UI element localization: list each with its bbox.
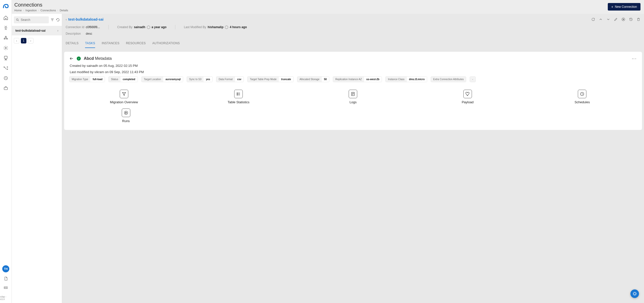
- help-fab[interactable]: [630, 289, 639, 298]
- pill: Statuscompleted: [108, 76, 138, 82]
- briefcase-icon[interactable]: [3, 85, 9, 91]
- page-title: Connections: [14, 2, 68, 8]
- connection-name[interactable]: test-bulkdataload-sai: [68, 17, 103, 21]
- list-icon: [234, 90, 243, 98]
- page-number-button[interactable]: 1: [21, 38, 26, 43]
- breadcrumb-item[interactable]: Home: [14, 9, 22, 12]
- locale-icon[interactable]: [3, 285, 9, 290]
- flow-icon[interactable]: [3, 65, 9, 71]
- search-icon: [16, 18, 19, 22]
- tile-runs[interactable]: Runs: [69, 109, 183, 123]
- version-label: cdap - V2.0: [0, 295, 12, 300]
- divider: [175, 25, 175, 29]
- pill: Target Table Prep Modetruncate: [247, 76, 293, 82]
- svg-point-14: [237, 94, 238, 94]
- tile-logs[interactable]: Logs: [298, 90, 408, 104]
- back-arrow-icon[interactable]: [69, 56, 74, 61]
- tiles-row-2: Runs: [69, 109, 637, 123]
- pill-key: Replication Instance AZ: [333, 77, 364, 82]
- pill-value: us-west-2b: [364, 77, 382, 82]
- tile-migration-overview[interactable]: Migration Overview: [69, 90, 179, 104]
- tile-label: Payload: [462, 100, 473, 104]
- clock-icon[interactable]: [3, 75, 9, 81]
- svg-point-13: [237, 93, 238, 93]
- tab-details[interactable]: DETAILS: [66, 39, 78, 48]
- chevron-down-icon[interactable]: [606, 17, 610, 21]
- pill-value: yes: [204, 77, 212, 82]
- svg-rect-9: [4, 87, 7, 90]
- pill: Data Formatcsv: [216, 76, 244, 82]
- tabs: DETAILS TASKS INSTANCES RESOURCES AUTHOR…: [62, 39, 644, 48]
- svg-point-6: [7, 67, 8, 68]
- paginator: ‹ 1 ›: [12, 35, 62, 46]
- avatar[interactable]: TH: [2, 265, 9, 272]
- search-input-wrapper[interactable]: [14, 16, 49, 23]
- prev-page-button[interactable]: ‹: [14, 38, 19, 43]
- description-label: Description: [66, 32, 81, 35]
- new-connection-button[interactable]: + New Connection: [608, 3, 640, 11]
- document-icon[interactable]: [3, 276, 9, 281]
- tab-instances[interactable]: INSTANCES: [102, 39, 119, 48]
- pill-key: Allocated Storage: [297, 77, 322, 82]
- task-name: Abcd Metadata: [84, 56, 112, 61]
- pill-key: Target Location: [142, 77, 163, 82]
- tile-label: Schedules: [575, 100, 590, 104]
- run-icon[interactable]: [621, 17, 625, 21]
- pill-key: Sync to S3: [187, 77, 204, 82]
- next-page-button[interactable]: ›: [28, 38, 33, 43]
- chevron-right-icon: ›: [23, 9, 24, 12]
- tile-schedules[interactable]: Schedules: [528, 90, 637, 104]
- kebab-menu-icon[interactable]: ⋮: [631, 57, 637, 61]
- back-chevron-icon[interactable]: ‹: [66, 18, 67, 21]
- cluster-icon[interactable]: [3, 35, 9, 41]
- breadcrumb: Home › Ingestion › Connections › Details: [14, 9, 68, 12]
- breadcrumb-item[interactable]: Ingestion: [25, 9, 37, 12]
- tab-resources[interactable]: RESOURCES: [126, 39, 146, 48]
- task-name-rest: Metadata: [95, 56, 112, 61]
- connections-icon[interactable]: [3, 25, 9, 31]
- pill-value: csv: [235, 77, 244, 82]
- pill-value: full-load: [90, 77, 105, 82]
- history-icon[interactable]: [629, 17, 633, 21]
- detail-actions: [591, 17, 640, 21]
- pill-key: Instance Class: [386, 77, 407, 82]
- server-icon[interactable]: [3, 55, 9, 61]
- created-by-value: sainadh: [134, 25, 145, 29]
- chevron-up-icon[interactable]: [599, 17, 603, 21]
- refresh-icon[interactable]: [56, 18, 60, 22]
- home-icon[interactable]: [3, 15, 9, 21]
- breadcrumb-item[interactable]: Connections: [41, 9, 56, 12]
- tile-table-statistics[interactable]: Table Statistics: [184, 90, 293, 104]
- tab-tasks[interactable]: TASKS: [85, 39, 95, 48]
- pill-value: auroramysql: [163, 77, 183, 82]
- pill: Replication Instance AZus-west-2b: [333, 76, 382, 82]
- main-pane: ‹ test-bulkdataload-sai: [62, 14, 644, 303]
- refresh-icon[interactable]: [591, 17, 595, 21]
- filter-icon[interactable]: [50, 18, 54, 22]
- funnel-icon: [120, 90, 128, 98]
- tab-authorizations[interactable]: AUTHORIZATIONS: [152, 39, 180, 48]
- sidebar-item-connection[interactable]: test-bulkdataload-sai ›: [12, 26, 62, 35]
- tile-payload[interactable]: Payload: [413, 90, 522, 104]
- edit-icon[interactable]: [614, 17, 618, 21]
- tile-label: Migration Overview: [110, 100, 138, 104]
- pill-value: completed: [120, 77, 138, 82]
- divider: [108, 25, 109, 29]
- description-value: desc: [86, 32, 92, 35]
- sidebar-item-label: test-bulkdataload-sai: [15, 29, 46, 32]
- pill-key: Status: [109, 77, 120, 82]
- pills-row: Migration Typefull-loadStatuscompletedTa…: [69, 76, 637, 82]
- modified-line: Last modified by vikram on 09 Sep, 2022 …: [70, 70, 637, 74]
- pill: Target Locationauroramysql: [141, 76, 183, 82]
- heart-icon: [463, 90, 472, 98]
- modified-by-label: Last Modified By: [184, 25, 206, 29]
- gear-icon[interactable]: [3, 45, 9, 51]
- tile-label: Table Statistics: [228, 100, 250, 104]
- app-logo[interactable]: [2, 3, 10, 10]
- created-by-label: Created By: [117, 25, 132, 29]
- trash-icon[interactable]: [636, 17, 640, 21]
- pill-value: 50: [322, 77, 329, 82]
- pill-key: Target Table Prep Mode: [248, 77, 279, 82]
- search-input[interactable]: [21, 18, 47, 22]
- nav-rail: TH cdap - V2.0: [0, 0, 12, 303]
